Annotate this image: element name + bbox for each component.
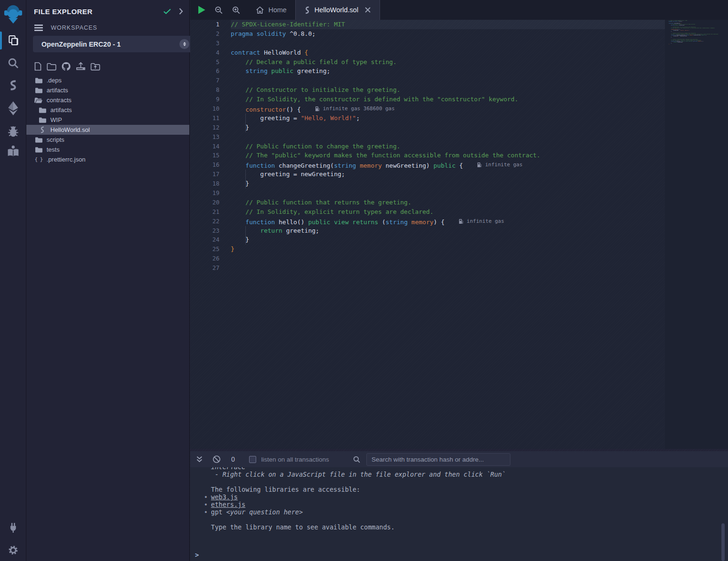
code-line[interactable]: 23 return greeting; <box>190 226 665 236</box>
code-editor[interactable]: 1// SPDX-License-Identifier: MIT2pragma … <box>190 20 728 449</box>
workspace-dropdown-icon[interactable] <box>179 39 189 49</box>
code-line[interactable]: 9 // In Solidity, the constructor is def… <box>190 95 665 104</box>
terminal-prompt[interactable]: > <box>195 551 199 559</box>
tree-item-contracts[interactable]: contracts <box>26 95 189 105</box>
code-line[interactable]: 17 greeting = newGreeting; <box>190 170 665 179</box>
line-number: 2 <box>190 29 231 39</box>
code-line[interactable]: 14 // Public function to change the gree… <box>190 142 665 151</box>
folder-icon <box>34 87 43 94</box>
line-number: 22 <box>190 217 231 226</box>
new-file-icon[interactable] <box>34 62 42 71</box>
code-line[interactable]: 1// SPDX-License-Identifier: MIT <box>190 20 665 29</box>
code-line[interactable]: 26 <box>190 254 665 263</box>
search-icon[interactable] <box>0 57 26 70</box>
tree-item-scripts[interactable]: scripts <box>26 135 189 145</box>
listen-transactions-checkbox[interactable] <box>249 456 256 463</box>
run-icon[interactable] <box>198 5 206 15</box>
code-line[interactable]: 10 constructor() {infinite gas 368600 ga… <box>190 104 665 114</box>
code-text: string public greeting; <box>231 66 665 76</box>
terminal-link[interactable]: web3.js <box>211 493 238 501</box>
tree-item-artifacts[interactable]: artifacts <box>26 85 189 95</box>
chevron-right-icon[interactable] <box>178 8 184 15</box>
code-line[interactable]: 22 function hello() public view returns … <box>190 217 665 226</box>
tree-item--deps[interactable]: .deps <box>26 75 189 85</box>
tree-item-label: artifacts <box>50 106 72 114</box>
tree-item-artifacts[interactable]: artifacts <box>26 105 189 115</box>
line-number: 5 <box>190 57 231 67</box>
settings-icon[interactable] <box>0 544 26 557</box>
new-folder-icon[interactable] <box>47 62 57 71</box>
code-line[interactable]: 18 } <box>190 179 665 188</box>
import-folder-icon[interactable] <box>90 62 100 71</box>
tree-item-tests[interactable]: tests <box>26 145 189 154</box>
workspace-selector[interactable]: OpenZeppelin ERC20 - 1 <box>33 36 194 52</box>
workspaces-menu-icon[interactable] <box>34 24 43 32</box>
code-line[interactable]: 7 <box>190 76 665 85</box>
code-line[interactable]: 5 // Declare a public field of type stri… <box>190 57 665 67</box>
code-text: // SPDX-License-Identifier: MIT <box>231 20 665 29</box>
terminal-scrollbar[interactable] <box>721 523 725 561</box>
code-text: // Public function that returns the gree… <box>231 198 665 207</box>
tab-helloworld-sol[interactable]: HelloWorld.sol <box>295 0 380 20</box>
code-line[interactable]: 13 <box>190 132 665 142</box>
code-line[interactable]: 19 <box>190 188 665 198</box>
code-line[interactable]: 20 // Public function that returns the g… <box>190 198 665 207</box>
code-line[interactable]: 25} <box>190 244 665 254</box>
tab-label: HelloWorld.sol <box>315 6 358 14</box>
code-line[interactable]: 16 function changeGreeting(string memory… <box>190 160 665 170</box>
line-number: 3 <box>190 39 231 48</box>
terminal-link[interactable]: ethers.js <box>211 501 245 508</box>
terminal-search-icon <box>353 455 361 463</box>
terminal-line: The following libraries are accessible: <box>190 486 728 493</box>
zoom-in-icon[interactable] <box>232 6 241 15</box>
tab-bar: HomeHelloWorld.sol <box>247 0 380 20</box>
code-line[interactable]: 4contract HelloWorld { <box>190 48 665 57</box>
gas-icon <box>315 106 320 112</box>
code-text <box>231 39 665 48</box>
debugger-icon[interactable] <box>0 124 26 138</box>
plugin-manager-icon[interactable] <box>0 521 26 534</box>
code-line[interactable]: 3 <box>190 39 665 48</box>
close-icon[interactable] <box>364 7 371 13</box>
code-line[interactable]: 24 } <box>190 235 665 244</box>
remix-logo[interactable] <box>0 4 26 25</box>
tree-item-helloworld-sol[interactable]: HelloWorld.sol <box>26 125 189 135</box>
code-line[interactable]: 2pragma solidity ^0.8.0; <box>190 29 665 39</box>
deploy-run-icon[interactable] <box>0 101 26 116</box>
upload-icon[interactable] <box>76 62 86 71</box>
gas-icon <box>459 219 464 224</box>
code-line[interactable]: 21 // In Solidity, explicit return types… <box>190 207 665 217</box>
terminal-line <box>190 516 728 523</box>
code-line[interactable]: 8 // Constructor to initialize the greet… <box>190 85 665 95</box>
bullet: • <box>204 493 208 501</box>
clear-console-icon[interactable] <box>212 455 221 463</box>
zoom-out-icon[interactable] <box>214 6 223 15</box>
tree-item--prettierrc-json[interactable]: { }.prettierrc.json <box>26 154 189 164</box>
file-explorer-icon[interactable] <box>0 34 26 47</box>
tree-item-label: .deps <box>47 77 62 84</box>
code-line[interactable]: 15 // The "public" keyword makes the fun… <box>190 151 665 160</box>
folder-icon <box>34 77 43 84</box>
collapse-terminal-icon[interactable] <box>196 455 203 463</box>
tree-item-label: tests <box>47 146 59 153</box>
solidity-file-icon <box>304 6 310 14</box>
code-line[interactable]: 12 } <box>190 123 665 132</box>
github-icon[interactable] <box>61 62 71 71</box>
tree-item-wip[interactable]: WIP <box>26 115 189 125</box>
code-line[interactable]: 6 string public greeting; <box>190 66 665 76</box>
home-icon <box>256 6 264 14</box>
code-text <box>231 76 665 85</box>
minimap[interactable]: // SPDX-License-Identifier: MITpragma so… <box>669 20 726 47</box>
terminal-line: Type the library name to see available c… <box>190 523 728 531</box>
line-number: 21 <box>190 207 231 217</box>
code-line[interactable]: 11 greeting = "Hello, World!"; <box>190 114 665 123</box>
tab-home[interactable]: Home <box>247 0 295 20</box>
learneth-icon[interactable] <box>0 144 26 158</box>
code-line[interactable]: 27 <box>190 263 665 273</box>
workspace-name: OpenZeppelin ERC20 - 1 <box>41 41 179 48</box>
line-number: 14 <box>190 142 231 151</box>
solidity-compiler-icon[interactable] <box>0 78 26 92</box>
check-icon[interactable] <box>163 8 171 15</box>
code-text: function hello() public view returns (st… <box>231 217 665 226</box>
terminal-search-input[interactable] <box>366 453 510 466</box>
